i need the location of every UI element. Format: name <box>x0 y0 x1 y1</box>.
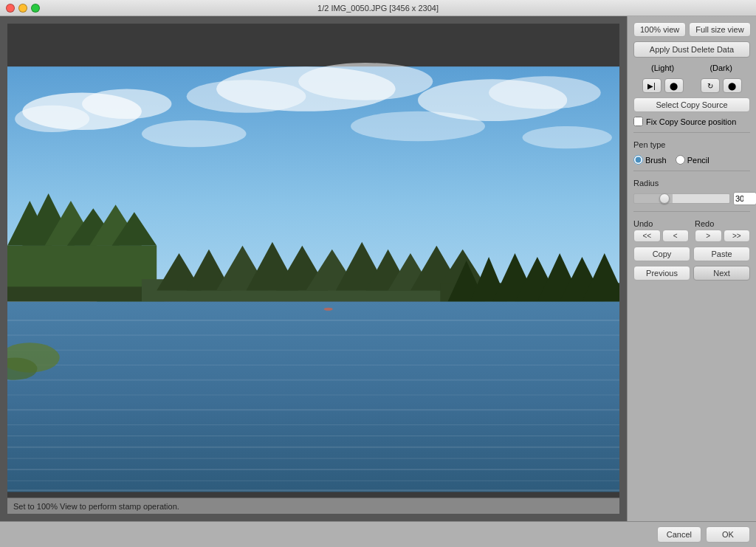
svg-point-9 <box>489 76 601 109</box>
pen-type-label: Pen type <box>633 140 750 149</box>
svg-point-12 <box>523 126 612 148</box>
pencil-radio[interactable] <box>676 155 685 165</box>
brush-label: Brush <box>645 156 667 165</box>
bottom-buttons: Cancel OK <box>0 521 756 547</box>
spacer <box>633 285 750 515</box>
light-prev-button[interactable]: ▶| <box>642 78 662 93</box>
svg-point-4 <box>15 106 89 132</box>
radius-slider[interactable] <box>633 193 730 204</box>
brush-radio[interactable] <box>633 155 643 165</box>
svg-rect-61 <box>7 492 619 498</box>
status-text: Set to 100% View to perform stamp operat… <box>13 502 179 511</box>
view-buttons-row: 100% view Full size view <box>633 22 750 37</box>
pencil-option[interactable]: Pencil <box>676 155 709 165</box>
dark-label: (Dark) <box>709 63 732 72</box>
light-next-button[interactable]: ⬤ <box>664 78 684 93</box>
paste-button[interactable]: Paste <box>693 247 750 261</box>
redo-last-button[interactable]: >> <box>724 230 751 242</box>
brush-option[interactable]: Brush <box>633 155 667 165</box>
next-button[interactable]: Next <box>693 266 750 281</box>
apply-dust-button[interactable]: Apply Dust Delete Data <box>633 41 750 58</box>
image-container[interactable] <box>7 24 619 498</box>
undo-group: Undo << < <box>633 219 689 242</box>
undo-first-button[interactable]: << <box>633 230 661 242</box>
redo-next-button[interactable]: > <box>695 230 722 242</box>
dark-next-button[interactable]: ⬤ <box>723 78 742 93</box>
fix-copy-source-label[interactable]: Fix Copy Source position <box>646 117 736 126</box>
separator-2 <box>633 171 750 171</box>
svg-rect-0 <box>7 24 619 66</box>
undo-buttons: << < <box>633 230 689 242</box>
svg-point-6 <box>298 63 433 100</box>
redo-buttons: > >> <box>695 230 750 242</box>
pencil-label: Pencil <box>687 156 709 165</box>
copy-button[interactable]: Copy <box>633 247 690 261</box>
app-window: 1/2 IMG_0050.JPG [3456 x 2304] <box>0 0 756 547</box>
ok-button[interactable]: OK <box>706 526 750 543</box>
dark-controls: ↻ ⬤ <box>701 78 742 93</box>
svg-rect-45 <box>7 302 619 498</box>
separator-3 <box>633 211 750 212</box>
undo-redo-section: Undo << < Redo > >> <box>633 219 750 242</box>
pen-type-radio-group: Brush Pencil <box>633 155 750 165</box>
redo-group: Redo > >> <box>695 219 750 242</box>
fix-copy-source-row: Fix Copy Source position <box>633 117 750 126</box>
traffic-lights <box>6 4 40 13</box>
minimize-button[interactable] <box>18 4 27 13</box>
select-copy-source-button[interactable]: Select Copy Source <box>633 97 750 112</box>
lake-scene-svg <box>7 24 619 498</box>
light-dark-labels: (Light) (Dark) <box>633 63 750 72</box>
light-controls: ▶| ⬤ <box>642 78 684 93</box>
undo-label: Undo <box>633 219 689 228</box>
dark-prev-button[interactable]: ↻ <box>701 78 720 93</box>
separator-1 <box>633 132 750 133</box>
fix-copy-source-checkbox[interactable] <box>633 117 643 126</box>
svg-point-3 <box>82 89 171 118</box>
prev-next-row: Previous Next <box>633 266 750 281</box>
maximize-button[interactable] <box>31 4 40 13</box>
view-100-button[interactable]: 100% view <box>633 22 686 37</box>
radius-input[interactable]: 30 <box>733 192 756 205</box>
radius-row: 30 <box>633 192 750 205</box>
previous-button[interactable]: Previous <box>633 266 690 281</box>
radius-label: Radius <box>633 179 750 188</box>
window-title: 1/2 IMG_0050.JPG [3456 x 2304] <box>317 4 439 13</box>
light-dark-controls: ▶| ⬤ ↻ ⬤ <box>633 78 750 93</box>
cancel-button[interactable]: Cancel <box>657 526 701 543</box>
sidebar: 100% view Full size view Apply Dust Dele… <box>627 16 756 521</box>
svg-point-7 <box>187 80 306 112</box>
svg-rect-24 <box>7 286 164 301</box>
undo-prev-button[interactable]: < <box>662 230 690 242</box>
svg-point-10 <box>142 120 247 147</box>
main-content: Set to 100% View to perform stamp operat… <box>0 16 756 521</box>
image-area: Set to 100% View to perform stamp operat… <box>0 16 627 521</box>
status-bar: Set to 100% View to perform stamp operat… <box>7 498 619 514</box>
copy-paste-row: Copy Paste <box>633 247 750 261</box>
redo-label: Redo <box>695 219 750 228</box>
view-full-button[interactable]: Full size view <box>689 22 750 37</box>
svg-point-60 <box>324 308 333 311</box>
close-button[interactable] <box>6 4 15 13</box>
svg-point-11 <box>351 111 485 141</box>
title-bar: 1/2 IMG_0050.JPG [3456 x 2304] <box>0 0 756 16</box>
light-label: (Light) <box>651 63 674 72</box>
